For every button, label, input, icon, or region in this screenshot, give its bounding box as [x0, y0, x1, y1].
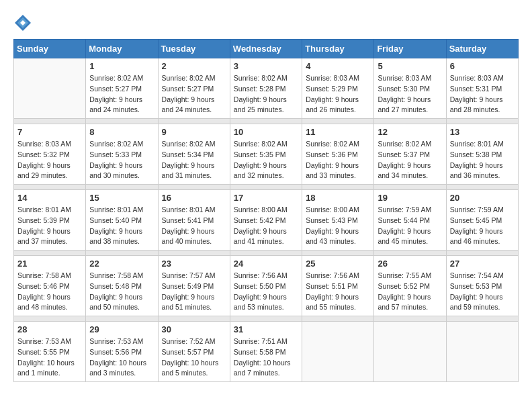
day-info: Sunrise: 7:56 AMSunset: 5:51 PMDaylight:… — [306, 271, 370, 313]
day-info: Sunrise: 7:52 AMSunset: 5:57 PMDaylight:… — [162, 336, 226, 379]
calendar-cell: 1Sunrise: 8:02 AMSunset: 5:27 PMDaylight… — [86, 58, 158, 119]
day-number: 24 — [234, 259, 298, 269]
calendar-cell — [446, 322, 518, 382]
logo-icon — [13, 13, 32, 32]
calendar-cell: 20Sunrise: 7:59 AMSunset: 5:45 PMDayligh… — [446, 190, 518, 250]
day-number: 19 — [378, 193, 442, 203]
calendar-cell: 28Sunrise: 7:53 AMSunset: 5:55 PMDayligh… — [14, 322, 86, 382]
day-number: 1 — [89, 61, 154, 71]
day-number: 23 — [162, 259, 226, 269]
day-number: 30 — [162, 324, 226, 334]
calendar-cell: 25Sunrise: 7:56 AMSunset: 5:51 PMDayligh… — [302, 256, 374, 316]
day-number: 9 — [162, 127, 226, 137]
day-info: Sunrise: 8:02 AMSunset: 5:28 PMDaylight:… — [234, 73, 298, 116]
calendar-week-row: 1Sunrise: 8:02 AMSunset: 5:27 PMDaylight… — [14, 58, 519, 119]
calendar-cell: 14Sunrise: 8:01 AMSunset: 5:39 PMDayligh… — [14, 190, 86, 250]
day-info: Sunrise: 7:53 AMSunset: 5:55 PMDaylight:… — [17, 336, 82, 379]
day-number: 15 — [89, 193, 154, 203]
calendar-cell: 16Sunrise: 8:01 AMSunset: 5:41 PMDayligh… — [158, 190, 230, 250]
calendar-cell: 12Sunrise: 8:02 AMSunset: 5:37 PMDayligh… — [374, 124, 446, 185]
day-info: Sunrise: 8:02 AMSunset: 5:34 PMDaylight:… — [162, 139, 226, 181]
calendar-week-row: 21Sunrise: 7:58 AMSunset: 5:46 PMDayligh… — [14, 256, 519, 316]
calendar-cell: 6Sunrise: 8:03 AMSunset: 5:31 PMDaylight… — [446, 58, 518, 119]
weekday-header: Wednesday — [230, 40, 302, 58]
calendar-cell — [14, 58, 86, 119]
calendar-cell: 17Sunrise: 8:00 AMSunset: 5:42 PMDayligh… — [230, 190, 302, 250]
calendar-cell: 21Sunrise: 7:58 AMSunset: 5:46 PMDayligh… — [14, 256, 86, 316]
calendar-cell — [374, 322, 446, 382]
calendar-week-row: 7Sunrise: 8:03 AMSunset: 5:32 PMDaylight… — [14, 124, 519, 185]
day-info: Sunrise: 8:00 AMSunset: 5:43 PMDaylight:… — [306, 205, 370, 247]
weekday-header: Sunday — [14, 40, 86, 58]
day-info: Sunrise: 7:57 AMSunset: 5:49 PMDaylight:… — [162, 271, 226, 313]
calendar-cell: 23Sunrise: 7:57 AMSunset: 5:49 PMDayligh… — [158, 256, 230, 316]
day-info: Sunrise: 8:01 AMSunset: 5:40 PMDaylight:… — [89, 205, 154, 247]
calendar-cell: 15Sunrise: 8:01 AMSunset: 5:40 PMDayligh… — [86, 190, 158, 250]
day-info: Sunrise: 8:02 AMSunset: 5:36 PMDaylight:… — [306, 139, 370, 181]
day-info: Sunrise: 7:58 AMSunset: 5:48 PMDaylight:… — [89, 271, 154, 313]
weekday-header: Friday — [374, 40, 446, 58]
calendar-cell: 9Sunrise: 8:02 AMSunset: 5:34 PMDaylight… — [158, 124, 230, 185]
day-info: Sunrise: 7:53 AMSunset: 5:56 PMDaylight:… — [89, 336, 154, 379]
calendar-cell: 26Sunrise: 7:55 AMSunset: 5:52 PMDayligh… — [374, 256, 446, 316]
day-info: Sunrise: 7:59 AMSunset: 5:44 PMDaylight:… — [378, 205, 442, 247]
calendar-cell: 19Sunrise: 7:59 AMSunset: 5:44 PMDayligh… — [374, 190, 446, 250]
calendar-cell: 31Sunrise: 7:51 AMSunset: 5:58 PMDayligh… — [230, 322, 302, 382]
day-number: 2 — [162, 61, 226, 71]
logo — [13, 13, 35, 32]
calendar-cell: 7Sunrise: 8:03 AMSunset: 5:32 PMDaylight… — [14, 124, 86, 185]
calendar-cell: 2Sunrise: 8:02 AMSunset: 5:27 PMDaylight… — [158, 58, 230, 119]
calendar-header-row: SundayMondayTuesdayWednesdayThursdayFrid… — [14, 40, 519, 58]
day-info: Sunrise: 8:03 AMSunset: 5:29 PMDaylight:… — [306, 73, 370, 116]
day-info: Sunrise: 7:59 AMSunset: 5:45 PMDaylight:… — [450, 205, 515, 247]
calendar-cell: 10Sunrise: 8:02 AMSunset: 5:35 PMDayligh… — [230, 124, 302, 185]
day-number: 31 — [234, 324, 298, 334]
weekday-header: Saturday — [446, 40, 518, 58]
weekday-header: Thursday — [302, 40, 374, 58]
day-number: 12 — [378, 127, 442, 137]
day-number: 3 — [234, 61, 298, 71]
calendar-cell: 27Sunrise: 7:54 AMSunset: 5:53 PMDayligh… — [446, 256, 518, 316]
calendar-cell: 8Sunrise: 8:02 AMSunset: 5:33 PMDaylight… — [86, 124, 158, 185]
calendar-cell: 13Sunrise: 8:01 AMSunset: 5:38 PMDayligh… — [446, 124, 518, 185]
calendar-cell — [302, 322, 374, 382]
day-info: Sunrise: 8:03 AMSunset: 5:31 PMDaylight:… — [450, 73, 515, 116]
calendar-cell: 24Sunrise: 7:56 AMSunset: 5:50 PMDayligh… — [230, 256, 302, 316]
day-number: 16 — [162, 193, 226, 203]
day-number: 17 — [234, 193, 298, 203]
day-number: 26 — [378, 259, 442, 269]
day-info: Sunrise: 7:56 AMSunset: 5:50 PMDaylight:… — [234, 271, 298, 313]
day-info: Sunrise: 7:54 AMSunset: 5:53 PMDaylight:… — [450, 271, 515, 313]
weekday-header: Tuesday — [158, 40, 230, 58]
day-info: Sunrise: 8:01 AMSunset: 5:41 PMDaylight:… — [162, 205, 226, 247]
day-info: Sunrise: 8:02 AMSunset: 5:37 PMDaylight:… — [378, 139, 442, 181]
day-info: Sunrise: 8:01 AMSunset: 5:38 PMDaylight:… — [450, 139, 515, 181]
calendar: SundayMondayTuesdayWednesdayThursdayFrid… — [13, 39, 519, 382]
calendar-cell: 18Sunrise: 8:00 AMSunset: 5:43 PMDayligh… — [302, 190, 374, 250]
day-number: 11 — [306, 127, 370, 137]
week-separator — [14, 250, 519, 256]
day-info: Sunrise: 8:02 AMSunset: 5:33 PMDaylight:… — [89, 139, 154, 181]
day-number: 10 — [234, 127, 298, 137]
day-number: 21 — [17, 259, 82, 269]
day-number: 20 — [450, 193, 515, 203]
day-number: 29 — [89, 324, 154, 334]
day-number: 8 — [89, 127, 154, 137]
day-info: Sunrise: 8:02 AMSunset: 5:27 PMDaylight:… — [162, 73, 226, 116]
calendar-cell: 11Sunrise: 8:02 AMSunset: 5:36 PMDayligh… — [302, 124, 374, 185]
day-number: 14 — [17, 193, 82, 203]
day-info: Sunrise: 8:01 AMSunset: 5:39 PMDaylight:… — [17, 205, 82, 247]
calendar-cell: 3Sunrise: 8:02 AMSunset: 5:28 PMDaylight… — [230, 58, 302, 119]
calendar-cell: 5Sunrise: 8:03 AMSunset: 5:30 PMDaylight… — [374, 58, 446, 119]
day-number: 4 — [306, 61, 370, 71]
day-number: 5 — [378, 61, 442, 71]
day-number: 22 — [89, 259, 154, 269]
calendar-cell: 30Sunrise: 7:52 AMSunset: 5:57 PMDayligh… — [158, 322, 230, 382]
day-info: Sunrise: 8:03 AMSunset: 5:30 PMDaylight:… — [378, 73, 442, 116]
weekday-header: Monday — [86, 40, 158, 58]
page-header — [13, 13, 519, 32]
week-separator — [14, 316, 519, 322]
day-number: 7 — [17, 127, 82, 137]
calendar-week-row: 28Sunrise: 7:53 AMSunset: 5:55 PMDayligh… — [14, 322, 519, 382]
week-separator — [14, 119, 519, 124]
